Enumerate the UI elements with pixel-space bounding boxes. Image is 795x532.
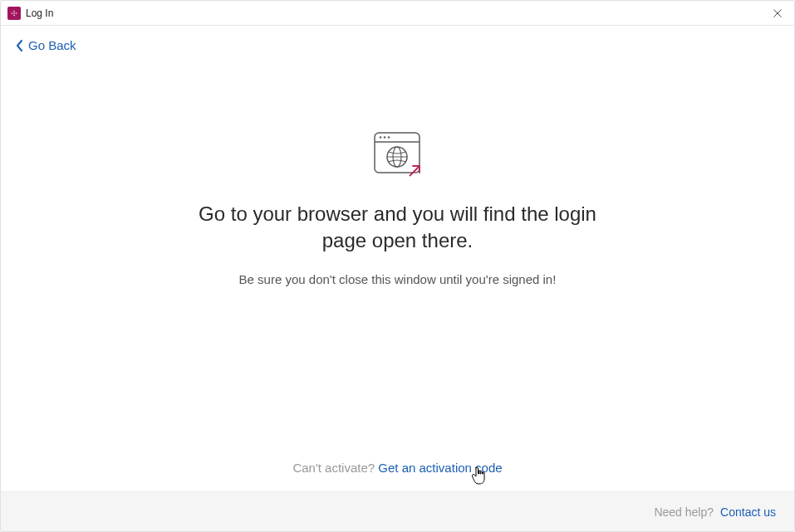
activation-prompt: Can't activate? [292, 461, 375, 475]
window-title: Log In [26, 7, 53, 19]
footer: Need help? Contact us [1, 491, 794, 531]
main-heading: Go to your browser and you will find the… [190, 201, 606, 255]
activation-code-link[interactable]: Get an activation code [378, 461, 502, 475]
app-icon [7, 7, 21, 20]
svg-point-2 [16, 12, 17, 14]
svg-point-11 [387, 136, 389, 138]
svg-point-1 [12, 12, 13, 14]
main-content: Go to your browser and you will find the… [1, 129, 794, 290]
go-back-label: Go Back [28, 39, 76, 51]
window-close-button[interactable] [768, 3, 788, 23]
svg-point-9 [379, 136, 380, 138]
svg-point-10 [383, 136, 385, 138]
svg-point-3 [13, 14, 15, 16]
main-subtext: Be sure you don't close this window unti… [232, 271, 564, 290]
contact-us-link[interactable]: Contact us [720, 505, 776, 519]
topbar: Go Back [1, 26, 794, 55]
svg-point-0 [13, 10, 15, 12]
footer-prompt: Need help? [654, 505, 714, 519]
close-icon [773, 8, 783, 18]
window-titlebar: Log In [1, 1, 794, 26]
go-back-button[interactable]: Go Back [16, 39, 76, 51]
titlebar-left: Log In [7, 7, 53, 20]
svg-point-4 [13, 12, 15, 14]
chevron-left-icon [16, 40, 23, 51]
activation-prompt-row: Can't activate? Get an activation code [1, 461, 794, 475]
browser-globe-illustration [371, 129, 424, 183]
